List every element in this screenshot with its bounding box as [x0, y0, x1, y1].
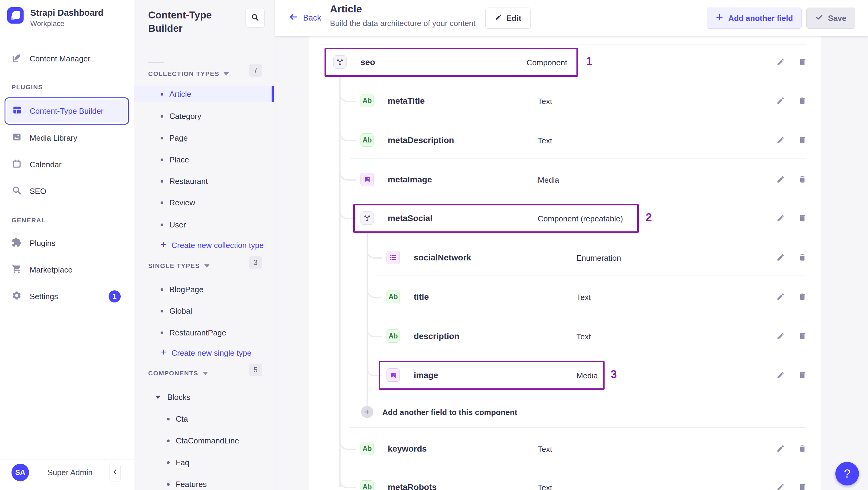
plus-circle-button[interactable] [361, 406, 373, 418]
settings-notification-badge: 1 [108, 290, 121, 303]
divider [148, 62, 164, 63]
delete-field-button[interactable] [796, 173, 808, 185]
text-field-icon: Ab [386, 290, 400, 303]
collection-types-header[interactable]: COLLECTION TYPES [148, 67, 229, 81]
subnav-item-blogpage[interactable]: BlogPage [134, 281, 274, 298]
edit-field-button[interactable] [775, 173, 787, 185]
main-area: Back Article Build the data architecture… [275, 0, 868, 490]
annotation-number-2: 2 [646, 211, 652, 224]
delete-field-button[interactable] [796, 481, 808, 490]
row-divider [350, 427, 806, 428]
bullet-icon [161, 332, 163, 334]
subnav-item-ctacommandline[interactable]: CtaCommandLine [134, 432, 274, 449]
page-header: Back Article Build the data architecture… [275, 0, 868, 36]
field-name: description [414, 332, 459, 341]
edit-field-button[interactable] [775, 56, 787, 68]
delete-field-button[interactable] [796, 251, 808, 264]
pencil-icon [495, 13, 502, 23]
add-field-to-component-label[interactable]: Add another field to this component [382, 408, 517, 417]
sidebar-item-plugins[interactable]: Plugins [0, 232, 134, 254]
add-another-field-button[interactable]: Add another field [707, 7, 802, 29]
edit-label: Edit [506, 13, 521, 23]
sidebar-item-calendar[interactable]: Calendar [0, 154, 134, 176]
single-types-header[interactable]: SINGLE TYPES [148, 259, 210, 273]
delete-field-button[interactable] [796, 369, 808, 381]
fields-scroll-area[interactable]: seo Component 1 Ab metaTitle Text Ab met… [275, 36, 868, 490]
avatar[interactable]: SA [11, 464, 29, 481]
component-group-blocks[interactable]: Blocks [134, 389, 274, 405]
subnav-item-label: Restaurant [169, 177, 208, 186]
subnav-item-restaurantpage[interactable]: RestaurantPage [134, 325, 274, 341]
sidebar-item-label: Marketplace [30, 265, 72, 275]
subnav-item-category[interactable]: Category [134, 108, 274, 124]
subnav-item-faq[interactable]: Faq [134, 454, 274, 471]
plus-icon [716, 13, 723, 23]
user-row: SA Super Admin [0, 459, 134, 490]
search-button[interactable] [245, 8, 265, 28]
text-field-icon: Ab [386, 329, 400, 343]
subnav-item-label: RestaurantPage [169, 328, 226, 338]
edit-field-button[interactable] [775, 481, 787, 490]
sidebar-item-marketplace[interactable]: Marketplace [0, 259, 134, 281]
subnav-item-cta[interactable]: Cta [134, 411, 274, 427]
field-name: metaTitle [388, 96, 425, 106]
edit-field-button[interactable] [775, 95, 787, 107]
subnav-item-page[interactable]: Page [134, 130, 274, 146]
bullet-icon [161, 223, 163, 226]
delete-field-button[interactable] [796, 291, 808, 303]
edit-field-button[interactable] [775, 442, 787, 455]
fields-card: seo Component 1 Ab metaTitle Text Ab met… [309, 36, 821, 490]
delete-field-button[interactable] [796, 330, 808, 342]
edit-field-button[interactable] [775, 291, 787, 303]
annotation-outline-2 [353, 204, 639, 233]
add-field-label: Add another field [728, 13, 793, 23]
field-type: Media [538, 176, 559, 185]
field-type: Text [538, 97, 552, 106]
chevron-left-icon [112, 468, 118, 477]
sidebar-item-label: Calendar [30, 160, 62, 170]
subnav-item-place[interactable]: Place [134, 152, 274, 168]
subnav-item-restaurant[interactable]: Restaurant [134, 173, 274, 189]
create-single-type-link[interactable]: Create new single type [134, 345, 274, 361]
delete-field-button[interactable] [796, 212, 808, 224]
sidebar-item-seo[interactable]: SEO [0, 180, 134, 202]
components-header[interactable]: COMPONENTS [148, 367, 208, 380]
delete-field-button[interactable] [796, 56, 808, 68]
sidebar-item-content-manager[interactable]: Content Manager [0, 48, 134, 69]
collapse-sidebar-button[interactable] [109, 463, 121, 482]
subnav-item-label: User [169, 220, 186, 229]
page-title: Article [330, 3, 362, 15]
delete-field-button[interactable] [796, 134, 808, 146]
sidebar-item-media-library[interactable]: Media Library [0, 127, 134, 149]
divider [0, 40, 134, 40]
subnav-item-article[interactable]: Article [134, 86, 274, 102]
arrow-left-icon [288, 12, 298, 24]
delete-field-button[interactable] [796, 95, 808, 107]
edit-field-button[interactable] [775, 212, 787, 224]
delete-field-button[interactable] [796, 442, 808, 455]
subnav-item-label: Faq [176, 458, 189, 467]
calendar-icon [11, 158, 22, 171]
sidebar-item-label: Content Manager [30, 54, 90, 63]
plus-icon [160, 348, 167, 358]
subnav-item-label: BlogPage [169, 285, 204, 294]
field-name: socialNetwork [414, 253, 471, 263]
field-row-metarobots: Ab metaRobots Text [309, 467, 821, 490]
save-button[interactable]: Save [806, 7, 855, 29]
edit-field-button[interactable] [775, 134, 787, 146]
back-link[interactable]: Back [288, 12, 321, 24]
sidebar-item-label: SEO [30, 187, 46, 196]
create-collection-type-link[interactable]: Create new collection type [134, 238, 274, 253]
subnav-item-features[interactable]: Features [134, 476, 274, 490]
edit-button[interactable]: Edit [486, 7, 531, 29]
subnav-item-global[interactable]: Global [134, 303, 274, 319]
subnav-item-user[interactable]: User [134, 217, 274, 233]
edit-field-button[interactable] [775, 369, 787, 381]
subnav-item-label: Place [169, 155, 189, 164]
edit-field-button[interactable] [775, 251, 787, 264]
help-button[interactable]: ? [835, 462, 859, 486]
subnav-item-review[interactable]: Review [134, 194, 274, 211]
bullet-icon [161, 137, 163, 140]
edit-field-button[interactable] [775, 330, 787, 342]
sidebar-item-content-type-builder[interactable]: Content-Type Builder [4, 97, 129, 125]
